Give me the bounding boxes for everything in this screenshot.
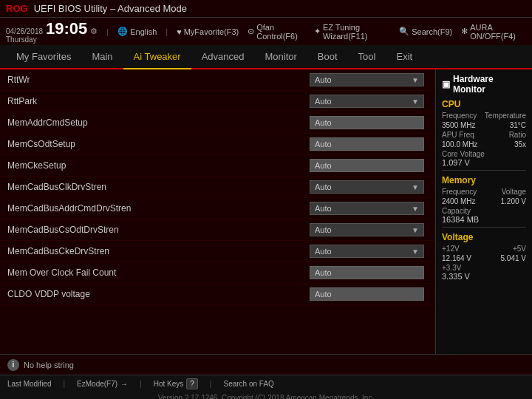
chevron-down-icon: ▼: [412, 226, 419, 234]
mem-freq-volt-values: 2400 MHz 1.200 V: [442, 197, 526, 205]
setting-value-box: Auto▼: [310, 95, 428, 108]
table-row: MemCadBusCkeDrvStrenAuto▼: [0, 241, 435, 262]
tab-boot[interactable]: Boot: [307, 45, 348, 68]
info-icon: i: [7, 359, 19, 371]
setting-label: CLDO VDDP voltage: [7, 289, 310, 299]
tab-advanced[interactable]: Advanced: [191, 45, 255, 68]
tab-tool[interactable]: Tool: [348, 45, 386, 68]
cpu-section-title: CPU: [442, 99, 526, 109]
setting-label: RttWr: [7, 75, 310, 85]
search-faq-button[interactable]: Search on FAQ: [223, 380, 273, 388]
date-display: 04/26/2018 Thursday: [6, 27, 43, 44]
copyright-text: Version 2.17.1246. Copyright (C) 2018 Am…: [0, 392, 532, 399]
nav-bar: My Favorites Main Ai Tweaker Advanced Mo…: [0, 45, 532, 69]
setting-value-box: Auto▼: [310, 180, 428, 194]
setting-value-box: Auto▼: [310, 73, 428, 86]
setting-value-box: Auto: [310, 266, 428, 279]
hw-monitor-title: ▣ Hardware Monitor: [442, 74, 526, 95]
divider-2: [442, 227, 526, 228]
dropdown-control[interactable]: Auto▼: [310, 95, 424, 108]
capacity-label: Capacity: [442, 207, 526, 215]
setting-label: MemCsOdtSetup: [7, 139, 310, 149]
ez-tuning-button[interactable]: ✦ EZ Tuning Wizard(F11): [314, 23, 390, 41]
mem-freq-volt-header: Frequency Voltage: [442, 188, 526, 196]
last-modified-item: Last Modified: [7, 380, 51, 388]
help-text: No help string: [24, 361, 74, 369]
last-modified-label: Last Modified: [7, 380, 51, 388]
hot-keys-badge: ?: [186, 378, 198, 389]
ez-mode-button[interactable]: EzMode(F7) →: [77, 380, 128, 388]
top-info-bar: 04/26/2018 Thursday 19:05 ⚙ | 🌐 English …: [0, 18, 532, 45]
dropdown-control[interactable]: Auto▼: [310, 180, 424, 194]
table-row: CLDO VDDP voltageAuto: [0, 284, 435, 305]
settings-panel: RttWrAuto▼RttParkAuto▼MemAddrCmdSetupAut…: [0, 69, 436, 354]
setting-value-box: Auto: [310, 287, 428, 301]
setting-value-box: Auto▼: [310, 202, 428, 215]
footer-bar: Last Modified | EzMode(F7) → | Hot Keys …: [0, 375, 532, 392]
search-faq-label: Search on FAQ: [223, 380, 273, 388]
core-voltage-label: Core Voltage: [442, 150, 526, 158]
flag-icon: 🌐: [117, 27, 128, 36]
table-row: MemAddrCmdSetupAuto: [0, 112, 435, 134]
setting-label: Mem Over Clock Fail Count: [7, 267, 310, 278]
setting-label: MemCadBusCsOdtDrvStren: [7, 225, 310, 235]
setting-value-box: Auto: [310, 116, 428, 129]
footer-wrapper: Last Modified | EzMode(F7) → | Hot Keys …: [0, 375, 532, 399]
arrow-icon: →: [120, 380, 128, 388]
apu-freq-ratio-values: 100.0 MHz 35x: [442, 140, 526, 149]
tab-my-favorites[interactable]: My Favorites: [6, 45, 81, 68]
help-bar: i No help string: [0, 354, 532, 375]
dropdown-control[interactable]: Auto▼: [310, 223, 424, 236]
v12-v5-values: 12.164 V 5.041 V: [442, 254, 526, 262]
table-row: MemCsOdtSetupAuto: [0, 134, 435, 155]
text-value-display: Auto: [310, 287, 424, 301]
dropdown-control[interactable]: Auto▼: [310, 245, 424, 258]
core-voltage-value: 1.097 V: [442, 158, 526, 167]
fan-icon: ⊙: [248, 27, 254, 36]
main-content: RttWrAuto▼RttParkAuto▼MemAddrCmdSetupAut…: [0, 69, 532, 354]
tab-main[interactable]: Main: [81, 45, 123, 68]
table-row: MemCadBusClkDrvStrenAuto▼: [0, 177, 435, 198]
setting-label: MemCadBusAddrCmdDrvStren: [7, 203, 310, 214]
hot-keys-button[interactable]: Hot Keys ?: [154, 378, 198, 389]
gear-icon[interactable]: ⚙: [90, 27, 98, 36]
text-value-display: Auto: [310, 159, 424, 172]
setting-label: MemCadBusCkeDrvStren: [7, 246, 310, 256]
setting-value-box: Auto: [310, 137, 428, 151]
chevron-down-icon: ▼: [412, 205, 419, 213]
memory-section-title: Memory: [442, 175, 526, 185]
setting-value-box: Auto: [310, 159, 428, 172]
apu-freq-ratio-header: APU Freq Ratio: [442, 131, 526, 139]
table-row: RttParkAuto▼: [0, 91, 435, 112]
tab-exit[interactable]: Exit: [386, 45, 423, 68]
setting-label: MemAddrCmdSetup: [7, 117, 310, 128]
chevron-down-icon: ▼: [412, 183, 419, 191]
setting-label: MemCadBusClkDrvStren: [7, 182, 310, 192]
capacity-value: 16384 MB: [442, 215, 526, 224]
aura-icon: ✻: [461, 27, 468, 36]
language-selector[interactable]: 🌐 English: [117, 27, 157, 36]
v12-v5-header: +12V +5V: [442, 245, 526, 253]
text-value-display: Auto: [310, 116, 424, 129]
v33-value: 3.335 V: [442, 272, 526, 281]
dropdown-control[interactable]: Auto▼: [310, 73, 424, 86]
aura-button[interactable]: ✻ AURA ON/OFF(F4): [461, 23, 526, 41]
qfan-button[interactable]: ⊙ Qfan Control(F6): [248, 23, 305, 41]
hardware-monitor-panel: ▣ Hardware Monitor CPU Frequency Tempera…: [436, 69, 532, 354]
dropdown-control[interactable]: Auto▼: [310, 202, 424, 215]
cpu-freq-temp-values: 3500 MHz 31°C: [442, 121, 526, 129]
setting-value-box: Auto▼: [310, 245, 428, 258]
my-favorite-button[interactable]: ♥ MyFavorite(F3): [177, 27, 239, 36]
datetime-display: 04/26/2018 Thursday 19:05 ⚙: [6, 19, 98, 44]
ez-mode-label: EzMode(F7): [77, 380, 117, 388]
search-button[interactable]: 🔍 Search(F9): [399, 27, 452, 36]
table-row: Mem Over Clock Fail CountAuto: [0, 262, 435, 284]
bios-title: UEFI BIOS Utility – Advanced Mode: [34, 3, 187, 14]
tab-ai-tweaker[interactable]: Ai Tweaker: [123, 45, 191, 69]
wand-icon: ✦: [314, 27, 321, 36]
table-row: RttWrAuto▼: [0, 69, 435, 91]
tab-monitor[interactable]: Monitor: [255, 45, 307, 68]
chevron-down-icon: ▼: [412, 98, 419, 106]
setting-label: MemCkeSetup: [7, 160, 310, 171]
chevron-down-icon: ▼: [412, 76, 419, 84]
